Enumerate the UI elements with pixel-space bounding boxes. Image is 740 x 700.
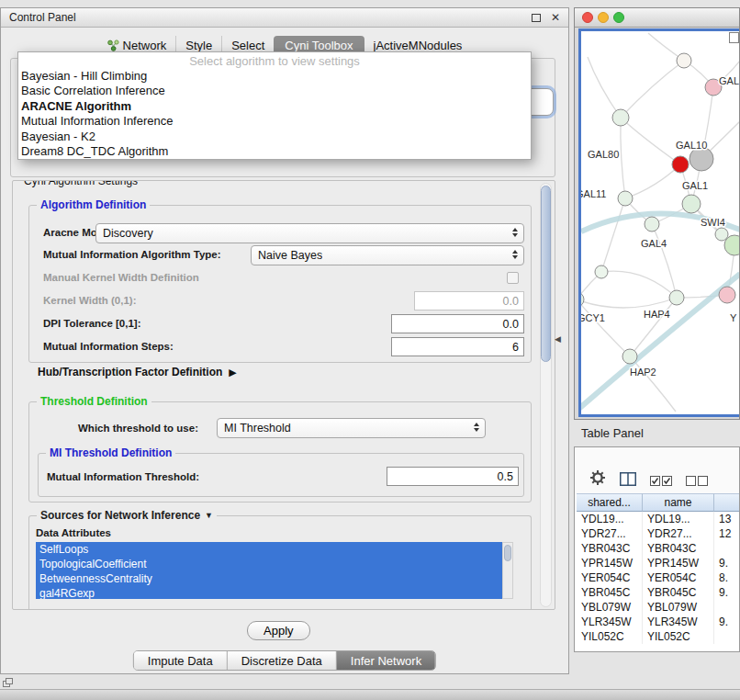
sources-title[interactable]: Sources for Network Inference ▼ — [37, 509, 217, 522]
which-threshold-combobox[interactable]: MI Threshold — [217, 418, 486, 438]
bottom-tab-infer-network[interactable]: Infer Network — [337, 651, 435, 670]
algorithm-option-aracne-algorithm[interactable]: ARACNE Algorithm — [18, 99, 531, 114]
bottom-tabs: Impute DataDiscretize DataInfer Network — [133, 650, 436, 671]
table-row[interactable]: YBR045CYBR045C9. — [577, 585, 739, 600]
algorithm-definition-title: Algorithm Definition — [37, 198, 150, 211]
network-scroll-corner[interactable] — [729, 32, 739, 43]
algorithm-dropdown-popup: Select algorithm to view settings Bayesi… — [17, 51, 532, 160]
network-node[interactable] — [595, 265, 608, 278]
network-edge[interactable] — [621, 61, 684, 118]
table-row[interactable]: YBR043CYBR043C — [577, 541, 739, 556]
tab-label: Network — [123, 39, 167, 52]
control-panel-titlebar[interactable]: Control Panel ✕ — [1, 8, 568, 28]
table-column-header-3[interactable] — [714, 493, 740, 512]
table-cell: 9. — [714, 615, 740, 629]
dpi-tolerance-field[interactable]: 0.0 — [391, 314, 524, 333]
algorithm-option-basic-correlation-inference[interactable]: Basic Correlation Inference — [18, 84, 531, 98]
attribute-item-betweennesscentrality[interactable]: BetweennessCentrality — [36, 571, 502, 586]
float-window-icon[interactable] — [532, 14, 541, 22]
panel-collapse-arrow-icon[interactable]: ◀ — [555, 334, 561, 344]
attributes-list-scrollbar[interactable] — [502, 542, 513, 599]
attribute-item-gal4rgexp[interactable]: gal4RGexp — [36, 586, 502, 599]
mi-steps-field[interactable]: 6 — [391, 337, 524, 356]
table-row[interactable]: YLR345WYLR345W9. — [577, 615, 739, 629]
hub-definition-label: Hub/Transcription Factor Definition — [38, 366, 222, 378]
network-node[interactable] — [622, 349, 637, 364]
bottom-tab-discretize-data[interactable]: Discretize Data — [228, 651, 337, 670]
attribute-item-selfloops[interactable]: SelfLoops — [36, 542, 502, 557]
table-row[interactable]: YER054CYER054C8. — [577, 570, 739, 585]
network-edge[interactable] — [601, 271, 677, 298]
which-threshold-label: Which threshold to use: — [78, 423, 198, 434]
algorithm-option-dream8-dc-tdc-algorithm[interactable]: Dream8 DC_TDC Algorithm — [18, 144, 531, 159]
attributes-scrollbar-thumb[interactable] — [504, 545, 511, 561]
data-attributes-list[interactable]: SelfLoopsTopologicalCoefficientBetweenne… — [36, 542, 502, 599]
table-columns-button[interactable] — [620, 472, 636, 486]
network-node[interactable] — [581, 292, 584, 307]
manual-kernel-width-checkbox[interactable] — [507, 272, 519, 284]
network-node[interactable] — [645, 217, 659, 231]
network-edge[interactable] — [581, 298, 677, 308]
network-node[interactable] — [724, 235, 740, 255]
network-edge[interactable] — [621, 118, 625, 198]
table-settings-button[interactable] — [589, 469, 606, 486]
deselect-all-button[interactable] — [686, 476, 708, 486]
zoom-traffic-light-icon[interactable] — [613, 12, 624, 23]
algorithm-option-mutual-information-inference[interactable]: Mutual Information Inference — [18, 114, 531, 129]
table-column-header-1[interactable]: shared... — [577, 493, 643, 512]
network-edge-highlighted[interactable] — [581, 274, 740, 412]
expand-right-arrow-icon: ▶ — [229, 367, 236, 378]
network-window-titlebar[interactable] — [575, 8, 739, 28]
window-restore-icon[interactable] — [3, 678, 15, 689]
network-edge[interactable] — [630, 356, 676, 412]
table-cell — [714, 629, 740, 644]
close-traffic-light-icon[interactable] — [582, 12, 593, 23]
network-edge[interactable] — [625, 164, 680, 198]
apply-button[interactable]: Apply — [247, 621, 310, 640]
table-row[interactable]: YDL19...YDL19...13 — [577, 512, 739, 526]
table-cell: YBL079W — [643, 600, 714, 615]
minimize-traffic-light-icon[interactable] — [598, 12, 609, 23]
tab-label: Select — [231, 39, 264, 52]
network-node[interactable] — [715, 228, 728, 241]
network-node[interactable] — [677, 53, 691, 68]
network-node[interactable] — [682, 195, 701, 213]
mi-threshold-field[interactable]: 0.5 — [387, 467, 519, 486]
network-edge[interactable] — [621, 118, 680, 164]
table-row[interactable]: YIL052CYIL052C — [577, 629, 739, 644]
close-icon[interactable]: ✕ — [551, 13, 560, 22]
kernel-width-field[interactable]: 0.0 — [414, 291, 524, 310]
aracne-mode-value: Discovery — [103, 227, 153, 240]
table-column-header-2[interactable]: name — [643, 493, 714, 512]
network-canvas[interactable]: GAL8GAL80GAL10GAL11GAL1SWI4GAL4GCY1HAP4Y… — [578, 28, 740, 417]
aracne-mode-combobox[interactable]: Discovery — [95, 223, 524, 243]
network-edge[interactable] — [588, 57, 621, 118]
network-node[interactable] — [612, 109, 629, 126]
combobox-arrows-icon — [474, 423, 479, 432]
table-panel-window: Table Panel — [574, 423, 740, 652]
attribute-item-topologicalcoefficient[interactable]: TopologicalCoefficient — [36, 557, 502, 571]
table-row[interactable]: YBL079WYBL079W — [577, 600, 739, 615]
algorithm-option-bayesian-hill-climbing[interactable]: Bayesian - Hill Climbing — [18, 69, 531, 84]
table-cell: YLR345W — [643, 615, 714, 629]
table-toolbar — [575, 447, 739, 493]
network-node[interactable] — [669, 290, 684, 305]
table-row[interactable]: YDR27...YDR27...12 — [577, 526, 739, 541]
table-row[interactable]: YPR145WYPR145W9. — [577, 556, 739, 570]
select-all-button[interactable] — [650, 476, 672, 486]
settings-scrollbar[interactable] — [540, 183, 552, 607]
mi-threshold-definition-title: MI Threshold Definition — [46, 446, 175, 459]
table-cell: YBL079W — [577, 600, 643, 615]
network-edge[interactable] — [652, 224, 677, 298]
network-node[interactable] — [672, 156, 689, 173]
bottom-tab-impute-data[interactable]: Impute Data — [134, 651, 228, 670]
hub-definition-expander[interactable]: Hub/Transcription Factor Definition ▶ — [38, 366, 237, 378]
network-node[interactable] — [719, 287, 735, 303]
algorithm-option-bayesian-k2[interactable]: Bayesian - K2 — [18, 130, 531, 144]
settings-scrollbar-thumb[interactable] — [541, 186, 551, 362]
table-cell: 12 — [714, 526, 740, 541]
network-edge[interactable] — [601, 198, 625, 272]
mi-algorithm-type-combobox[interactable]: Naive Bayes — [251, 245, 524, 265]
table-cell: YLR345W — [577, 615, 643, 629]
network-node[interactable] — [618, 191, 633, 206]
